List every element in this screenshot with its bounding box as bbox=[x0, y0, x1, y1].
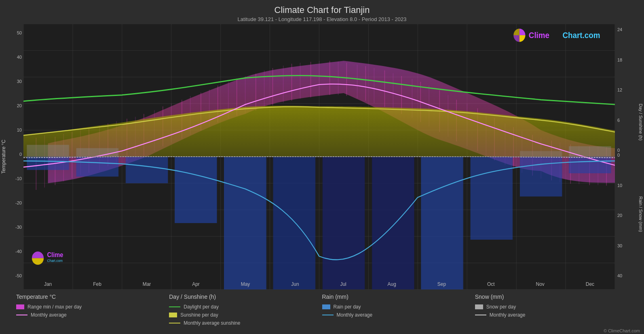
left-y-axis: Temperature °C 50 40 30 20 10 0 -10 -20 … bbox=[0, 24, 23, 289]
legend-label-rain-bar: Rain per day bbox=[334, 304, 361, 310]
chart-inner: Clime Chart.com Clime Chart.com Jan bbox=[23, 24, 615, 289]
legend-item-snow-avg: Monthly average bbox=[475, 312, 628, 318]
legend-swatch-temp-range bbox=[16, 304, 24, 309]
legend-item-temp-range: Range min / max per day bbox=[16, 304, 169, 310]
page-wrapper: Climate Chart for Tianjin Latitude 39.12… bbox=[0, 0, 644, 334]
right-y-axis: 24 18 12 6 0 0 10 20 30 40 Day / Sunshin… bbox=[615, 24, 644, 289]
legend-item-snow-bar: Snow per day bbox=[475, 304, 628, 310]
legend-item-sunshine-bar: Sunshine per day bbox=[169, 312, 322, 318]
month-jan: Jan bbox=[44, 281, 52, 287]
month-sep: Sep bbox=[437, 281, 446, 287]
chart-title: Climate Chart for Tianjin bbox=[0, 5, 644, 15]
legend-label-daylight: Daylight per day bbox=[184, 304, 219, 310]
legend-col-temperature: Temperature °C Range min / max per day M… bbox=[16, 294, 169, 326]
legend-label-snow-bar: Snow per day bbox=[486, 304, 516, 310]
svg-rect-88 bbox=[76, 157, 119, 177]
svg-text:Chart.com: Chart.com bbox=[47, 259, 63, 263]
month-dec: Dec bbox=[586, 281, 594, 287]
legend-label-temp-avg: Monthly average bbox=[31, 312, 67, 318]
header: Climate Chart for Tianjin Latitude 39.12… bbox=[0, 0, 644, 24]
left-axis-label: Temperature °C bbox=[1, 140, 6, 174]
legend-label-rain-avg: Monthly average bbox=[337, 312, 373, 318]
svg-rect-93 bbox=[323, 157, 365, 289]
right-axis-top-label: Day / Sunshine (h) bbox=[638, 104, 643, 140]
month-aug: Aug bbox=[388, 281, 396, 287]
svg-text:Chart.com: Chart.com bbox=[562, 30, 600, 40]
legend-title-temperature: Temperature °C bbox=[16, 294, 169, 300]
svg-rect-91 bbox=[224, 157, 266, 289]
svg-rect-95 bbox=[421, 157, 463, 289]
legend-item-rain-bar: Rain per day bbox=[322, 304, 475, 310]
svg-rect-99 bbox=[27, 145, 69, 157]
svg-rect-101 bbox=[520, 151, 562, 157]
svg-text:Clime: Clime bbox=[47, 251, 63, 259]
x-axis-labels: Jan Feb Mar Apr May Jun Jul Aug Sep Oct … bbox=[23, 279, 615, 289]
legend-swatch-sunshine bbox=[169, 313, 177, 317]
month-apr: Apr bbox=[192, 281, 200, 287]
legend-label-sunshine-bar: Sunshine per day bbox=[180, 312, 218, 318]
legend-line-temp-avg bbox=[16, 315, 27, 315]
svg-rect-92 bbox=[273, 157, 316, 289]
svg-rect-100 bbox=[76, 148, 119, 157]
svg-text:Clime: Clime bbox=[529, 30, 549, 40]
svg-rect-102 bbox=[569, 146, 611, 157]
legend-line-daylight bbox=[169, 306, 180, 307]
month-mar: Mar bbox=[143, 281, 151, 287]
month-jun: Jun bbox=[291, 281, 299, 287]
copyright: © ClimeChart.com bbox=[0, 328, 644, 334]
right-axis-bottom-label: Rain / Snow (mm) bbox=[638, 196, 643, 232]
legend-swatch-rain bbox=[322, 304, 330, 309]
legend-area: Temperature °C Range min / max per day M… bbox=[0, 289, 644, 328]
legend-title-snow: Snow (mm) bbox=[475, 294, 628, 300]
legend-swatch-snow bbox=[475, 304, 483, 309]
svg-rect-94 bbox=[372, 157, 414, 289]
legend-label-temp-range: Range min / max per day bbox=[27, 304, 82, 310]
main-chart-svg: Clime Chart.com Clime Chart.com bbox=[23, 24, 615, 289]
legend-item-rain-avg: Monthly average bbox=[322, 312, 475, 318]
legend-line-sunshine-avg bbox=[169, 323, 180, 323]
svg-rect-90 bbox=[175, 157, 217, 223]
svg-rect-87 bbox=[27, 157, 69, 170]
legend-title-rain: Rain (mm) bbox=[322, 294, 475, 300]
x-axis: Jan Feb Mar Apr May Jun Jul Aug Sep Oct … bbox=[23, 279, 615, 289]
legend-item-sunshine-avg: Monthly average sunshine bbox=[169, 320, 322, 326]
legend-title-sunshine: Day / Sunshine (h) bbox=[169, 294, 322, 300]
legend-col-snow: Snow (mm) Snow per day Monthly average bbox=[475, 294, 628, 326]
legend-label-snow-avg: Monthly average bbox=[490, 312, 526, 318]
chart-subtitle: Latitude 39.121 - Longitude 117.198 - El… bbox=[0, 16, 644, 22]
svg-rect-98 bbox=[569, 157, 611, 173]
legend-label-sunshine-avg: Monthly average sunshine bbox=[184, 320, 240, 326]
month-feb: Feb bbox=[93, 281, 101, 287]
month-nov: Nov bbox=[536, 281, 545, 287]
legend-item-daylight: Daylight per day bbox=[169, 304, 322, 310]
chart-row: Temperature °C 50 40 30 20 10 0 -10 -20 … bbox=[0, 24, 644, 289]
legend-col-rain: Rain (mm) Rain per day Monthly average bbox=[322, 294, 475, 326]
legend-line-snow-avg bbox=[475, 315, 486, 315]
legend-item-temp-avg: Monthly average bbox=[16, 312, 169, 318]
month-may: May bbox=[241, 281, 250, 287]
svg-rect-89 bbox=[126, 157, 168, 183]
legend-col-sunshine: Day / Sunshine (h) Daylight per day Suns… bbox=[169, 294, 322, 326]
month-jul: Jul bbox=[340, 281, 346, 287]
legend-line-rain-avg bbox=[322, 315, 334, 315]
month-oct: Oct bbox=[487, 281, 495, 287]
